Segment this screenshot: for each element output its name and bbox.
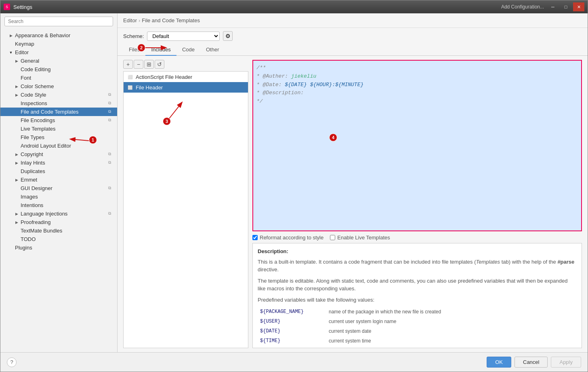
sidebar-item-images[interactable]: Images — [0, 192, 117, 201]
sidebar-item-label: File and Code Templates — [21, 109, 79, 115]
var-name: ${DATE} — [258, 326, 326, 336]
sidebar-item-code-style[interactable]: ▶ Code Style ⧉ — [0, 91, 117, 99]
template-item-file-header[interactable]: ⬜ File Header — [124, 82, 248, 93]
sidebar-item-todo[interactable]: TODO — [0, 235, 117, 243]
live-templates-checkbox-label[interactable]: Enable Live Templates — [330, 235, 390, 241]
sidebar-item-appearance[interactable]: ▶ Appearance & Behavior — [0, 31, 117, 40]
code-editor[interactable]: /** * @Auther: jiekeliu * @Date: ${DATE}… — [252, 60, 582, 231]
cancel-button[interactable]: Cancel — [514, 357, 548, 368]
sidebar-item-label: Duplicates — [21, 168, 45, 174]
sidebar-item-label: TextMate Bundles — [21, 228, 62, 234]
add-button[interactable]: + — [123, 60, 133, 69]
arrow-icon: ▶ — [14, 59, 19, 63]
template-item-actionscript[interactable]: ⬜ ActionScript File Header — [124, 72, 248, 82]
sidebar-item-file-types[interactable]: File Types — [0, 133, 117, 142]
sidebar-item-label: Emmet — [21, 177, 37, 183]
var-name: ${TIME} — [258, 336, 326, 346]
arrow-icon — [14, 237, 19, 242]
sidebar-item-label: File Types — [21, 134, 44, 140]
code-line: /** — [256, 64, 578, 72]
scheme-row: Scheme: Default Project ⚙ — [118, 28, 588, 44]
code-line: * @Auther: jiekeliu — [256, 72, 578, 81]
template-list: ⬜ ActionScript File Header ⬜ File Header — [123, 71, 248, 348]
sidebar-item-label: File Encodings — [21, 117, 55, 123]
sidebar-item-editor[interactable]: ▼ Editor — [0, 48, 117, 57]
sidebar-item-label: Font — [21, 75, 31, 81]
tab-code[interactable]: Code — [176, 44, 200, 56]
arrow-icon: ▶ — [14, 161, 19, 165]
arrow-icon — [14, 127, 19, 131]
sidebar-item-keymap[interactable]: Keymap — [0, 40, 117, 48]
code-line: */ — [256, 97, 578, 106]
tab-includes[interactable]: Includes — [145, 44, 176, 56]
reformat-checkbox-label[interactable]: Reformat according to style — [252, 235, 323, 241]
sidebar-item-gui-designer[interactable]: GUI Designer ⧉ — [0, 184, 117, 192]
description-panel: Description: This is a built-in template… — [252, 243, 582, 348]
arrow-icon — [14, 144, 19, 148]
remove-button[interactable]: − — [134, 60, 143, 69]
arrow-icon — [14, 228, 19, 233]
tab-other[interactable]: Other — [200, 44, 225, 56]
minimize-button[interactable]: ─ — [547, 2, 559, 11]
var-name: ${PACKAGE_NAME} — [258, 307, 326, 317]
var-desc: current user system login name — [326, 317, 577, 326]
table-row: ${TIME} current system time — [258, 336, 577, 346]
sidebar-item-plugins[interactable]: Plugins — [0, 243, 117, 252]
copy-button[interactable]: ⊞ — [144, 60, 154, 69]
bottom-right: OK Cancel Apply — [487, 357, 581, 368]
run-config-label: Add Configuration... — [501, 4, 544, 10]
sidebar-item-label: Appearance & Behavior — [15, 32, 70, 38]
var-desc: current system time — [326, 336, 577, 346]
scheme-gear-button[interactable]: ⚙ — [223, 31, 233, 41]
ok-button[interactable]: OK — [487, 357, 511, 368]
breadcrumb: Editor › File and Code Templates — [118, 13, 588, 28]
sidebar-item-file-encodings[interactable]: File Encodings ⧉ — [0, 116, 117, 125]
scheme-label: Scheme: — [123, 33, 144, 39]
live-templates-checkbox[interactable] — [330, 235, 335, 240]
sidebar-item-duplicates[interactable]: Duplicates — [0, 167, 117, 175]
template-item-label: File Header — [136, 85, 163, 91]
sidebar-item-emmet[interactable]: ▶ Emmet — [0, 175, 117, 184]
reset-button[interactable]: ↺ — [155, 60, 164, 69]
apply-button[interactable]: Apply — [551, 357, 581, 368]
copy-icon: ⧉ — [108, 118, 114, 123]
sidebar-item-general[interactable]: ▶ General — [0, 57, 117, 65]
reformat-checkbox[interactable] — [252, 235, 258, 240]
sidebar-item-font[interactable]: Font — [0, 74, 117, 82]
search-input[interactable] — [4, 17, 113, 26]
maximize-button[interactable]: □ — [560, 2, 571, 11]
code-line — [256, 106, 578, 114]
sidebar-item-android-layout-editor[interactable]: Android Layout Editor — [0, 142, 117, 150]
arrow-icon — [14, 194, 19, 199]
title-bar-left: S Settings — [4, 4, 32, 10]
sidebar-item-textmate-bundles[interactable]: TextMate Bundles — [0, 226, 117, 235]
copy-icon: ⧉ — [108, 160, 114, 166]
code-line: * @Date: ${DATE} ${HOUR}:${MINUTE} — [256, 81, 578, 89]
sidebar-item-language-injections[interactable]: ▶ Language Injections ⧉ — [0, 209, 117, 218]
sidebar-item-label: Inlay Hints — [21, 160, 45, 166]
tab-files[interactable]: Files — [123, 44, 145, 56]
arrow-icon — [14, 118, 19, 123]
sidebar-item-code-editing[interactable]: Code Editing — [0, 65, 117, 74]
arrow-icon — [14, 203, 19, 208]
search-box — [0, 13, 117, 30]
sidebar-item-inspections[interactable]: Inspections ⧉ — [0, 99, 117, 108]
sidebar-item-live-templates[interactable]: Live Templates — [0, 125, 117, 133]
scheme-select[interactable]: Default Project — [147, 32, 220, 41]
sidebar-item-copyright[interactable]: ▶ Copyright ⧉ — [0, 150, 117, 159]
content-area: + − ⊞ ↺ ⬜ ActionScript File Header ⬜ Fil… — [118, 56, 588, 352]
close-button[interactable]: ✕ — [573, 2, 584, 11]
sidebar-item-proofreading[interactable]: ▶ Proofreading — [0, 218, 117, 226]
help-button[interactable]: ? — [7, 357, 17, 367]
sidebar-item-label: Code Editing — [21, 66, 50, 72]
sidebar-item-file-and-code-templates[interactable]: File and Code Templates ⧉ — [0, 108, 117, 116]
sidebar-item-intentions[interactable]: Intentions — [0, 201, 117, 209]
tabs-row: Files Includes Code Other — [118, 44, 588, 56]
arrow-icon — [14, 76, 19, 80]
sidebar-item-label: Editor — [15, 49, 29, 55]
template-list-panel: + − ⊞ ↺ ⬜ ActionScript File Header ⬜ Fil… — [123, 60, 248, 348]
bottom-bar: ? OK Cancel Apply — [0, 352, 588, 372]
sidebar-item-inlay-hints[interactable]: ▶ Inlay Hints ⧉ — [0, 159, 117, 167]
sidebar-item-color-scheme[interactable]: ▶ Color Scheme — [0, 82, 117, 91]
arrow-icon: ▶ — [14, 178, 19, 182]
